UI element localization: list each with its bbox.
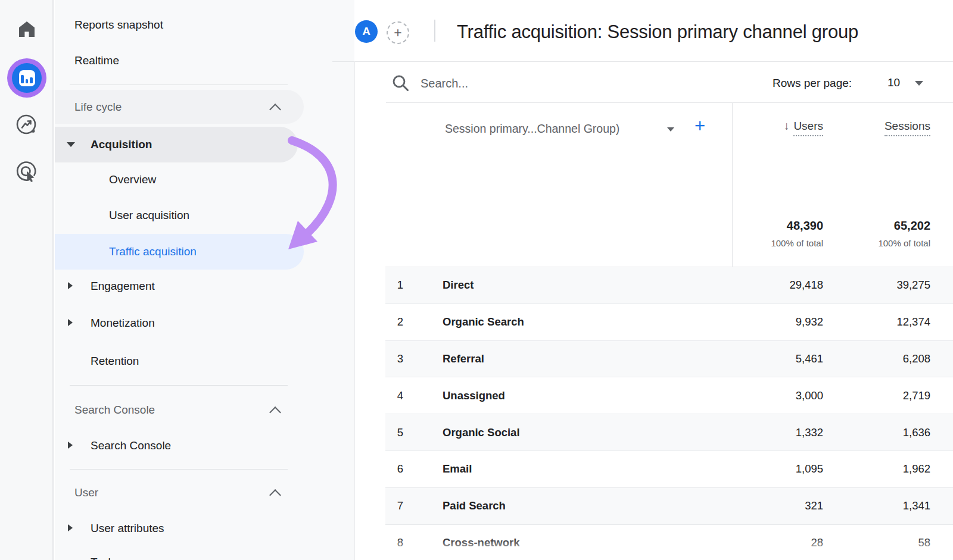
- cell-rank: 3: [394, 352, 407, 365]
- add-dimension-button[interactable]: +: [694, 115, 705, 137]
- cell-rank: 4: [394, 389, 407, 402]
- page-title: Traffic acquisition: Session primary cha…: [457, 20, 858, 44]
- cell-sessions: 1,341: [903, 499, 930, 512]
- cell-channel: Referral: [443, 352, 484, 365]
- chevron-up-icon[interactable]: [269, 489, 281, 501]
- nav-item-tech[interactable]: Tech: [91, 555, 114, 560]
- header-divider-vertical: [434, 20, 435, 42]
- column-header-sessions[interactable]: Sessions: [885, 120, 930, 133]
- total-users: 48,390 100% of total: [771, 219, 823, 248]
- column-header-users[interactable]: ↓Users: [784, 120, 823, 133]
- cell-users: 3,000: [796, 389, 823, 402]
- cell-sessions: 1,962: [903, 462, 930, 475]
- nav-item-overview[interactable]: Overview: [109, 173, 156, 187]
- cell-users: 1,095: [796, 462, 823, 475]
- cell-rank: 6: [394, 462, 407, 475]
- nav-item-reports-snapshot[interactable]: Reports snapshot: [74, 18, 163, 32]
- rows-per-page-select[interactable]: 10: [887, 76, 900, 89]
- dropdown-arrow-icon[interactable]: [915, 81, 923, 86]
- total-share: 100% of total: [878, 238, 930, 248]
- cell-rank: 2: [394, 315, 407, 329]
- report-nav-sidebar: Reports snapshot Realtime Life cycle Acq…: [55, 0, 354, 560]
- cell-channel: Direct: [443, 279, 474, 292]
- cell-sessions: 2,719: [903, 389, 930, 402]
- add-comparison-button[interactable]: +: [387, 21, 409, 44]
- table-row: 5Organic Social1,3321,636: [385, 414, 953, 450]
- table-row: 6Email1,0951,962: [385, 450, 953, 487]
- cell-channel: Unassigned: [443, 389, 505, 402]
- nav-divider: [70, 385, 288, 386]
- purple-highlight-ring: [7, 58, 46, 98]
- cell-channel: Organic Social: [443, 426, 520, 439]
- app-rail: [0, 0, 54, 560]
- section-header-search-console: Search Console: [74, 403, 155, 417]
- nav-item-retention[interactable]: Retention: [91, 354, 139, 368]
- total-value: 65,202: [878, 219, 930, 233]
- nav-item-user-acquisition[interactable]: User acquisition: [109, 208, 189, 223]
- total-share: 100% of total: [771, 238, 823, 248]
- expand-arrow-right-icon[interactable]: [68, 442, 73, 449]
- toolbar-divider: [386, 102, 953, 103]
- total-value: 48,390: [771, 219, 823, 233]
- rows-per-page-label: Rows per page:: [773, 77, 852, 90]
- cell-sessions: 1,636: [903, 426, 930, 439]
- content-left-border: [354, 61, 355, 560]
- cell-users: 9,932: [796, 315, 823, 329]
- nav-item-user-attributes[interactable]: User attributes: [91, 521, 164, 536]
- table-row: 4Unassigned3,0002,719: [385, 377, 953, 414]
- cell-rank: 7: [394, 499, 407, 512]
- search-icon[interactable]: [391, 73, 411, 96]
- sort-desc-icon: ↓: [784, 120, 790, 132]
- expand-arrow-right-icon[interactable]: [68, 524, 73, 531]
- expand-arrow-right-icon[interactable]: [68, 319, 73, 326]
- column-label: Users: [793, 120, 823, 136]
- table-row: 7Paid Search3211,341: [385, 487, 953, 524]
- cell-rank: 1: [394, 279, 407, 292]
- plus-icon: +: [394, 26, 401, 40]
- table-row: 3Referral5,4616,208: [385, 340, 953, 377]
- section-header-user: User: [74, 486, 98, 500]
- nav-item-search-console[interactable]: Search Console: [91, 439, 171, 453]
- column-label: Sessions: [885, 120, 930, 136]
- explore-icon[interactable]: [15, 113, 39, 139]
- expand-arrow-right-icon[interactable]: [68, 282, 73, 289]
- avatar[interactable]: A: [355, 20, 378, 43]
- nav-item-traffic-acquisition[interactable]: Traffic acquisition: [109, 245, 197, 259]
- nav-item-monetization[interactable]: Monetization: [91, 316, 155, 330]
- search-input[interactable]: Search...: [421, 77, 468, 90]
- cell-channel: Paid Search: [443, 499, 506, 512]
- table-row: 1Direct29,41839,275: [385, 267, 953, 304]
- table-rows: 1Direct29,41839,2752Organic Search9,9321…: [385, 267, 953, 560]
- dimension-dropdown-icon[interactable]: [667, 127, 674, 132]
- cell-rank: 5: [394, 426, 407, 439]
- reports-icon[interactable]: [7, 58, 46, 98]
- expand-arrow-down-icon[interactable]: [67, 142, 75, 147]
- cell-users: 29,418: [789, 279, 823, 292]
- nav-item-realtime[interactable]: Realtime: [74, 54, 119, 68]
- nav-item-acquisition[interactable]: Acquisition: [91, 137, 152, 152]
- cell-users: 321: [805, 499, 823, 512]
- cell-channel: Organic Search: [443, 315, 524, 329]
- home-icon[interactable]: [17, 19, 37, 42]
- bottom-fade: [355, 537, 953, 560]
- nav-divider: [70, 469, 288, 470]
- chevron-up-icon[interactable]: [269, 406, 281, 418]
- bar-chart-glyph: [19, 70, 35, 86]
- cell-users: 1,332: [796, 426, 823, 439]
- cell-sessions: 12,374: [896, 315, 930, 329]
- cell-sessions: 39,275: [896, 279, 930, 292]
- nav-item-engagement[interactable]: Engagement: [91, 279, 155, 293]
- ga4-reports-page: Reports snapshot Realtime Life cycle Acq…: [0, 0, 953, 560]
- header-divider: [332, 61, 953, 62]
- cell-channel: Email: [443, 462, 472, 475]
- total-sessions: 65,202 100% of total: [878, 219, 930, 248]
- advertising-icon[interactable]: [14, 159, 39, 186]
- table-row: 2Organic Search9,93212,374: [385, 304, 953, 340]
- section-header-life-cycle: Life cycle: [74, 100, 122, 114]
- cell-users: 5,461: [796, 352, 823, 365]
- dimension-header[interactable]: Session primary...Channel Group): [445, 122, 619, 136]
- nav-divider: [70, 85, 288, 85]
- cell-sessions: 6,208: [903, 352, 930, 365]
